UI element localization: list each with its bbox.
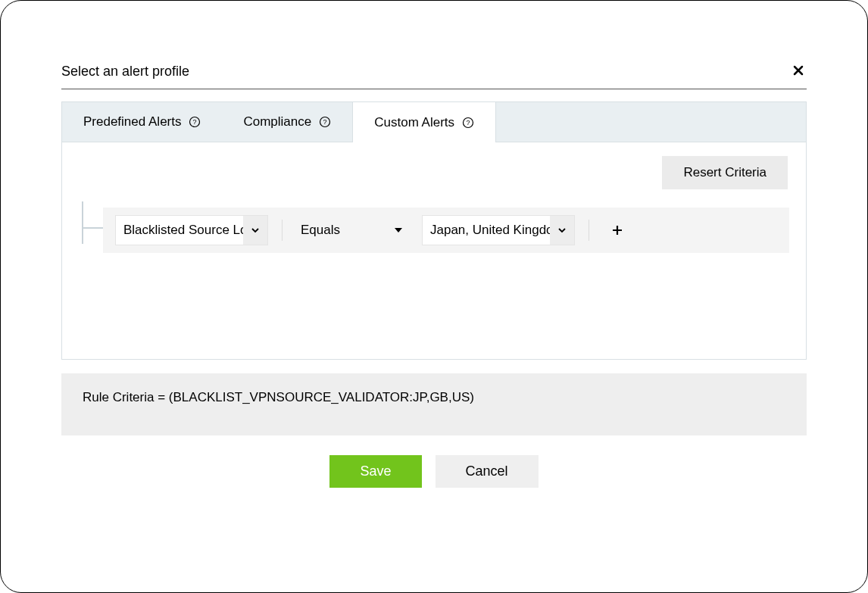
- tab-predefined-alerts[interactable]: Predefined Alerts ?: [62, 102, 222, 142]
- reset-criteria-button[interactable]: Resert Criteria: [662, 156, 788, 189]
- alert-profile-dialog: Select an alert profile Predefined Alert…: [0, 0, 868, 593]
- divider: [589, 220, 589, 241]
- criteria-row: Blacklisted Source Lo Equals Japan,: [103, 208, 789, 253]
- tab-label: Custom Alerts: [374, 115, 454, 130]
- tab-label: Predefined Alerts: [83, 114, 181, 130]
- criteria-row-wrap: Blacklisted Source Lo Equals Japan,: [79, 208, 789, 253]
- criteria-value-text: Japan, United Kingdo: [423, 223, 550, 238]
- criteria-operator-select[interactable]: Equals: [296, 223, 408, 238]
- svg-text:?: ?: [193, 118, 197, 126]
- close-icon[interactable]: [790, 61, 807, 81]
- caret-down-icon: [393, 225, 404, 236]
- svg-text:?: ?: [323, 118, 327, 126]
- help-icon[interactable]: ?: [319, 116, 331, 128]
- tab-custom-alerts[interactable]: Custom Alerts ?: [352, 102, 496, 142]
- dialog-actions: Save Cancel: [61, 455, 807, 488]
- add-criteria-button[interactable]: [609, 222, 626, 239]
- svg-text:?: ?: [467, 119, 470, 126]
- chevron-down-icon: [243, 216, 267, 245]
- help-icon[interactable]: ?: [462, 117, 474, 129]
- criteria-operator-value: Equals: [301, 223, 340, 238]
- divider: [282, 220, 283, 241]
- help-icon[interactable]: ?: [189, 116, 201, 128]
- tree-connector-icon: [79, 209, 103, 251]
- cancel-button[interactable]: Cancel: [436, 455, 539, 488]
- rule-criteria-label: Rule Criteria =: [83, 390, 169, 404]
- rule-criteria-value: (BLACKLIST_VPNSOURCE_VALIDATOR:JP,GB,US): [169, 390, 474, 404]
- tabs-container: Predefined Alerts ? Compliance ? Custom …: [61, 101, 807, 360]
- criteria-value-select[interactable]: Japan, United Kingdo: [422, 215, 575, 245]
- rule-criteria-box: Rule Criteria = (BLACKLIST_VPNSOURCE_VAL…: [61, 373, 807, 435]
- tab-label: Compliance: [243, 114, 311, 130]
- criteria-field-select[interactable]: Blacklisted Source Lo: [115, 215, 268, 245]
- criteria-field-value: Blacklisted Source Lo: [116, 223, 243, 238]
- tabs-body: Resert Criteria Blacklisted Source Lo Eq…: [62, 142, 806, 359]
- chevron-down-icon: [550, 216, 574, 245]
- dialog-title: Select an alert profile: [61, 64, 189, 80]
- tab-strip: Predefined Alerts ? Compliance ? Custom …: [62, 102, 806, 142]
- save-button[interactable]: Save: [329, 455, 421, 488]
- tab-compliance[interactable]: Compliance ?: [222, 102, 352, 142]
- dialog-header: Select an alert profile: [61, 61, 807, 89]
